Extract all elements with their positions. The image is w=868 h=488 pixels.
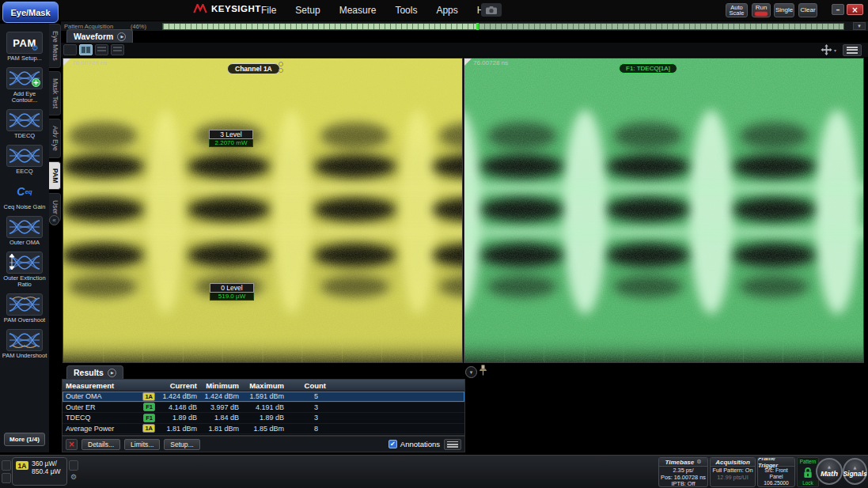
lock-icon [802, 467, 813, 479]
sidebar-item-pam-undershoot[interactable]: PAM Undershoot [1, 329, 48, 359]
layout-rows-button[interactable] [95, 44, 108, 55]
outer-oma-icon [6, 216, 43, 238]
run-button[interactable]: Run [752, 3, 771, 17]
source-badge: 1A [142, 424, 155, 433]
menu-setup[interactable]: Setup [295, 5, 320, 16]
pane-timestamp: 76.00728 ns [473, 59, 508, 66]
status-bar: 1A 360 µW/ 850.4 µW ⚙ Timebase ⚙ 2.35 ps… [0, 455, 868, 488]
current-value: 1.89 dB [157, 414, 200, 422]
channel-next-button[interactable] [69, 460, 78, 471]
level-0-annotation[interactable]: 0 Level 519.0 µW [210, 283, 254, 301]
sidebar-collapse-button[interactable]: « [49, 215, 59, 225]
col-measurement[interactable]: Measurement [63, 381, 157, 390]
details-button[interactable]: Details... [81, 439, 120, 450]
col-current[interactable]: Current [157, 381, 200, 390]
table-row-tdecq[interactable]: TDECQF1 1.89 dB 1.84 dB 1.89 dB 3 [63, 413, 464, 424]
check-icon[interactable]: ✔ [389, 440, 397, 448]
count-value: 5 [287, 392, 329, 400]
table-view-button[interactable] [444, 439, 461, 450]
single-button[interactable]: Single [774, 3, 794, 17]
col-maximum[interactable]: Maximum [242, 381, 287, 390]
pan-tool-button[interactable]: ▾ [821, 44, 836, 55]
tab-eye-meas[interactable]: Eye Meas [49, 24, 61, 68]
frame-trigger-source: Src: Front Panel [758, 467, 794, 480]
menu-tools[interactable]: Tools [395, 5, 417, 16]
timebase-panel[interactable]: Timebase ⚙ 2.35 ps/ Pos: 16.00728 ns IPT… [658, 457, 708, 487]
progress-marker [476, 23, 479, 30]
eye-diagram-f1-tdecq [464, 59, 863, 362]
waveform-pane-channel-1a[interactable]: 76.00728 ns Channel 1A 3 Level 2.2070 mW… [63, 58, 463, 363]
sidebar-item-label: PAM Overshoot [1, 317, 48, 323]
add-eye-contour-icon [6, 67, 43, 89]
setup-button[interactable]: Setup... [164, 439, 199, 450]
ceq-icon: Ceq [6, 180, 43, 202]
tdecq-icon [6, 109, 43, 131]
results-tab-label: Results [74, 368, 104, 377]
tab-adv-eye[interactable]: Adv Eye [49, 119, 61, 158]
acquisition-panel[interactable]: Acquisition Full Pattern: On 12.99 pts/U… [710, 457, 756, 487]
hamburger-icon [847, 47, 858, 54]
channel-badge[interactable]: Channel 1A [227, 63, 280, 74]
level-3-annotation[interactable]: 3 Level 2.2070 mW [209, 130, 253, 147]
tab-mask-test[interactable]: Mask Test [49, 71, 61, 115]
menu-file[interactable]: File [261, 5, 276, 16]
function-badge[interactable]: F1: TDECQ[1A] [619, 63, 677, 74]
count-value: 8 [287, 425, 329, 433]
clear-button[interactable]: Clear [798, 3, 817, 17]
sidebar-item-label: Outer OMA [1, 240, 48, 246]
sidebar-more-button[interactable]: More (1/4) [4, 433, 45, 446]
source-badge: F1 [143, 414, 155, 422]
channel-scale-panel[interactable]: 1A 360 µW/ 850.4 µW [12, 457, 67, 486]
annotations-toggle[interactable]: ✔ Annotations [389, 440, 440, 448]
gear-icon[interactable]: ⚙ [70, 473, 77, 481]
tab-results[interactable]: Results ▶ [66, 365, 123, 379]
signals-button[interactable]: ▲ Signals [843, 458, 867, 485]
col-minimum[interactable]: Minimum [200, 381, 242, 390]
pin-icon[interactable] [479, 365, 487, 379]
run-label: Run [756, 5, 768, 11]
progress-expand-button[interactable]: ▾ [853, 22, 866, 30]
table-row-outer-er[interactable]: Outer ERF1 4.148 dB 3.997 dB 4.191 dB 3 [63, 403, 464, 414]
auto-scale-label: Auto Scale [727, 5, 746, 17]
layout-grid-button[interactable] [111, 44, 124, 55]
setup-label: Setup... [170, 441, 193, 448]
tab-pam[interactable]: PAM [49, 161, 61, 190]
sidebar-item-eecq[interactable]: EECQ [1, 145, 48, 175]
table-row-outer-oma[interactable]: Outer OMA1A 1.424 dBm 1.424 dBm 1.591 dB… [63, 392, 464, 403]
maximum-value: 1.89 dB [242, 414, 287, 422]
sidebar-item-outer-oma[interactable]: Outer OMA [1, 216, 48, 246]
minimize-button[interactable]: – [832, 4, 844, 15]
math-button[interactable]: ▲ Math [816, 458, 843, 485]
menu-measure[interactable]: Measure [339, 5, 377, 16]
channel-prev-button[interactable] [2, 460, 11, 471]
auto-scale-button[interactable]: Auto Scale [726, 3, 748, 17]
table-row-average-power[interactable]: Average Power1A 1.81 dBm 1.81 dBm 1.85 d… [63, 424, 464, 435]
limits-button[interactable]: Limits... [124, 439, 160, 450]
tab-waveform[interactable]: Waveform ▶ [66, 29, 133, 43]
maximum-value: 4.191 dB [242, 403, 287, 411]
sidebar-item-pam-setup[interactable]: PAM ⚙ PAM Setup... [1, 32, 48, 62]
layout-single-button[interactable] [63, 44, 77, 55]
sidebar-item-add-eye-contour[interactable]: Add Eye Contour... [1, 67, 48, 104]
waveform-pane-f1-tdecq[interactable]: 76.00728 ns F1: TDECQ[1A] [464, 58, 864, 363]
close-button[interactable]: × [847, 4, 863, 15]
minimum-value: 1.424 dBm [200, 392, 242, 400]
channel-prev2-button[interactable] [2, 473, 11, 483]
display-menu-button[interactable] [843, 44, 862, 56]
close-icon: × [851, 6, 858, 14]
sidebar-item-outer-er[interactable]: Outer Extinction Ratio [1, 252, 48, 288]
screenshot-button[interactable] [481, 3, 502, 17]
menu-apps[interactable]: Apps [436, 5, 457, 16]
mode-selector-button[interactable]: Eye/Mask [2, 2, 59, 23]
waveform-tab-label: Waveform [74, 32, 113, 41]
delete-measurement-button[interactable]: × [66, 439, 78, 450]
frame-trigger-panel[interactable]: Frame Trigger Src: Front Panel 106.25000… [757, 457, 795, 487]
results-collapse-button[interactable]: ▾ [465, 366, 477, 378]
play-icon[interactable]: ▶ [108, 369, 116, 377]
col-count[interactable]: Count [287, 381, 329, 390]
sidebar-item-pam-overshoot[interactable]: PAM Overshoot [1, 293, 48, 323]
layout-split-button[interactable] [79, 44, 93, 55]
sidebar-item-ceq-noise-gain[interactable]: Ceq Ceq Noise Gain [1, 180, 48, 210]
sidebar-item-tdecq[interactable]: TDECQ [1, 109, 48, 139]
play-icon[interactable]: ▶ [117, 32, 126, 41]
